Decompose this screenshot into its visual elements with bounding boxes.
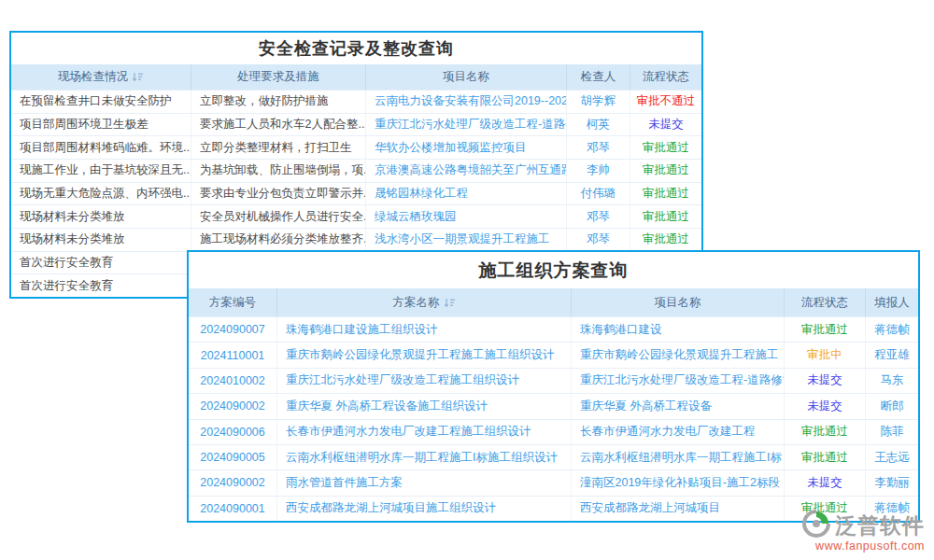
- header-plan-project[interactable]: 项目名称: [572, 288, 785, 316]
- inspector-cell: 邓琴: [567, 229, 630, 251]
- plan-name-link[interactable]: 珠海鹤港口建设施工组织设计: [277, 317, 572, 342]
- table-row[interactable]: 现场无重大危险点源、内环强电... 要求由专业分包负责立即警示并... 晟铭园林…: [11, 182, 701, 205]
- header-plan-no[interactable]: 方案编号: [189, 288, 277, 316]
- project-link[interactable]: 潼南区2019年绿化补贴项目-施工2标段: [572, 470, 785, 495]
- safety-panel-title: 安全检查记录及整改查询: [11, 33, 701, 64]
- table-row[interactable]: 2024010002 重庆江北污水处理厂级改造工程施工组织设计 重庆江北污水处理…: [189, 368, 918, 393]
- project-link[interactable]: 京港澳高速公路粤境韶关至广州互通路面改造: [366, 160, 567, 182]
- status-cell: 未提交: [785, 394, 866, 418]
- status-cell: 审批通过: [630, 160, 701, 182]
- plan-table-body: 2024090007 珠海鹤港口建设施工组织设计 珠海鹤港口建设 审批通过 蒋德…: [189, 316, 918, 521]
- plan-name-link[interactable]: 西安成都路龙湖上河城项目施工组织设计: [277, 497, 572, 521]
- plan-name-link[interactable]: 长春市伊通河水力发电厂改建工程施工组织设计: [277, 420, 572, 444]
- inspector-cell: 邓琴: [567, 136, 630, 159]
- header-measure[interactable]: 处理要求及措施: [191, 64, 366, 90]
- plan-name-link[interactable]: 云南水利枢纽潜明水库一期工程施工I标施工组织设计: [277, 445, 572, 469]
- table-row[interactable]: 现施工作业，由于基坑较深且无... 为基坑卸载、防止围墙倒塌，项... 京港澳高…: [11, 159, 701, 182]
- sort-icon[interactable]: [444, 298, 456, 308]
- plan-name-link[interactable]: 重庆市鹅岭公园绿化景观提升工程施工施工组织设计: [277, 343, 572, 367]
- reporter-cell: 陈菲: [866, 420, 918, 444]
- plan-name-link[interactable]: 重庆华夏 外高桥工程设备施工组织设计: [277, 394, 572, 418]
- construction-plan-panel: 施工组织方案查询 方案编号 方案名称 项目名称 流程状态 填报人 2024090…: [187, 250, 920, 523]
- plan-no-cell[interactable]: 2024090002: [189, 470, 277, 495]
- status-cell: 未提交: [785, 369, 866, 393]
- project-link[interactable]: 绿城云栖玫瑰园: [366, 205, 567, 228]
- reporter-cell: 王志远: [866, 445, 918, 469]
- project-link[interactable]: 重庆江北污水处理厂级改造工程-道路修复: [572, 369, 785, 393]
- plan-name-link[interactable]: 重庆江北污水处理厂级改造工程施工组织设计: [277, 369, 572, 393]
- project-link[interactable]: 西安成都路龙湖上河城项目: [572, 497, 785, 521]
- reporter-cell: 断郎: [866, 394, 918, 418]
- plan-no-cell[interactable]: 2024010002: [189, 369, 277, 393]
- project-link[interactable]: 浅水湾小区一期景观提升工程施工: [366, 229, 567, 251]
- table-row[interactable]: 2024110001 重庆市鹅岭公园绿化景观提升工程施工施工组织设计 重庆市鹅岭…: [189, 342, 918, 367]
- reporter-cell: 蒋德帧: [866, 317, 918, 342]
- plan-table-header: 方案编号 方案名称 项目名称 流程状态 填报人: [189, 288, 918, 316]
- plan-no-cell[interactable]: 2024090002: [189, 394, 277, 418]
- project-link[interactable]: 重庆江北污水处理厂级改造工程-道路修复: [366, 114, 567, 136]
- table-row[interactable]: 2024090002 雨水管道首件施工方案 潼南区2019年绿化补贴项目-施工2…: [189, 469, 918, 495]
- inspector-cell: 付伟璐: [567, 183, 630, 205]
- header-plan-name[interactable]: 方案名称: [277, 288, 572, 316]
- status-cell: 审批不通过: [630, 91, 701, 113]
- project-link[interactable]: 重庆市鹅岭公园绿化景观提升工程施工: [572, 343, 785, 367]
- situation-cell: 首次进行安全教育: [11, 274, 191, 297]
- situation-cell: 现场材料未分类堆放: [11, 205, 191, 228]
- brand-name: 泛普软件: [835, 511, 925, 540]
- header-plan-reporter[interactable]: 填报人: [866, 288, 918, 316]
- plan-no-cell[interactable]: 2024090005: [189, 445, 277, 469]
- measure-cell: 施工现场材料必须分类堆放整齐...: [191, 229, 366, 251]
- measure-cell: 为基坑卸载、防止围墙倒塌，项...: [191, 160, 366, 182]
- header-status[interactable]: 流程状态: [630, 64, 701, 90]
- table-row[interactable]: 2024090002 重庆华夏 外高桥工程设备施工组织设计 重庆华夏 外高桥工程…: [189, 393, 918, 418]
- project-link[interactable]: 华软办公楼增加视频监控项目: [366, 136, 567, 159]
- situation-cell: 项目部周围环境卫生极差: [11, 114, 191, 136]
- project-link[interactable]: 云南水利枢纽潜明水库一期工程施工I标: [572, 445, 785, 469]
- plan-name-link[interactable]: 雨水管道首件施工方案: [277, 470, 572, 495]
- project-link[interactable]: 云南电力设备安装有限公司2019--2020年度: [366, 91, 567, 113]
- brand-url: www.fanpusoft.com: [815, 539, 925, 553]
- status-cell: 审批中: [785, 343, 866, 367]
- inspector-cell: 李帅: [567, 160, 630, 182]
- plan-no-cell[interactable]: 2024090006: [189, 420, 277, 444]
- status-cell: 未提交: [785, 470, 866, 495]
- header-plan-status[interactable]: 流程状态: [785, 288, 866, 316]
- safety-table-header: 现场检查情况 处理要求及措施 项目名称 检查人 流程状态: [11, 64, 701, 90]
- table-row[interactable]: 2024090007 珠海鹤港口建设施工组织设计 珠海鹤港口建设 审批通过 蒋德…: [189, 316, 918, 342]
- plan-no-cell[interactable]: 2024090001: [189, 497, 277, 521]
- situation-cell: 在预留检查井口未做安全防护: [11, 91, 191, 113]
- plan-no-cell[interactable]: 2024110001: [189, 343, 277, 367]
- project-link[interactable]: 晟铭园林绿化工程: [366, 183, 567, 205]
- table-row[interactable]: 在预留检查井口未做安全防护 立即整改，做好防护措施 云南电力设备安装有限公司20…: [11, 90, 701, 113]
- header-situation[interactable]: 现场检查情况: [11, 64, 191, 90]
- table-row[interactable]: 项目部周围材料堆码临难。环境... 立即分类整理材料，打扫卫生 华软办公楼增加视…: [11, 135, 701, 159]
- project-link[interactable]: 长春市伊通河水力发电厂改建工程: [572, 420, 785, 444]
- project-link[interactable]: 珠海鹤港口建设: [572, 317, 785, 342]
- measure-cell: 要求由专业分包负责立即警示并...: [191, 183, 366, 205]
- measure-cell: 立即分类整理材料，打扫卫生: [191, 136, 366, 159]
- sort-icon[interactable]: [132, 72, 144, 82]
- measure-cell: 要求施工人员和水车2人配合整...: [191, 114, 366, 136]
- table-row[interactable]: 项目部周围环境卫生极差 要求施工人员和水车2人配合整... 重庆江北污水处理厂级…: [11, 113, 701, 136]
- screen: 安全检查记录及整改查询 现场检查情况 处理要求及措施 项目名称 检查人 流程状态…: [0, 0, 934, 560]
- table-row[interactable]: 现场材料未分类堆放 安全员对机械操作人员进行安全... 绿城云栖玫瑰园 邓琴 审…: [11, 204, 701, 228]
- status-cell: 审批通过: [785, 445, 866, 469]
- inspector-cell: 胡学辉: [567, 91, 630, 113]
- situation-cell: 项目部周围材料堆码临难。环境...: [11, 136, 191, 159]
- situation-cell: 首次进行安全教育: [11, 252, 191, 274]
- reporter-cell: 马东: [866, 369, 918, 393]
- plan-no-cell[interactable]: 2024090007: [189, 317, 277, 342]
- table-row[interactable]: 现场材料未分类堆放 施工现场材料必须分类堆放整齐... 浅水湾小区一期景观提升工…: [11, 228, 701, 251]
- header-project[interactable]: 项目名称: [366, 64, 567, 90]
- situation-cell: 现场无重大危险点源、内环强电...: [11, 183, 191, 205]
- plan-panel-title: 施工组织方案查询: [189, 252, 918, 288]
- inspector-cell: 邓琴: [567, 205, 630, 228]
- vendor-watermark: 泛普软件 www.fanpusoft.com: [802, 510, 925, 553]
- status-cell: 审批通过: [785, 420, 866, 444]
- status-cell: 审批通过: [630, 205, 701, 228]
- project-link[interactable]: 重庆华夏 外高桥工程设备: [572, 394, 785, 418]
- table-row[interactable]: 2024090005 云南水利枢纽潜明水库一期工程施工I标施工组织设计 云南水利…: [189, 444, 918, 469]
- table-row[interactable]: 2024090006 长春市伊通河水力发电厂改建工程施工组织设计 长春市伊通河水…: [189, 419, 918, 444]
- header-inspector[interactable]: 检查人: [567, 64, 630, 90]
- status-cell: 审批通过: [630, 136, 701, 159]
